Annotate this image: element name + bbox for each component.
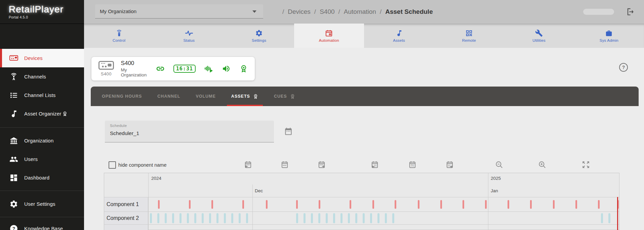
tab-automation[interactable]: Automation xyxy=(294,24,364,48)
prev-month-button[interactable]: 31 xyxy=(370,160,379,169)
award-badge-icon xyxy=(239,64,248,73)
breadcrumb-devices[interactable]: Devices xyxy=(288,8,311,15)
schedule-tick[interactable] xyxy=(189,200,191,209)
schedule-tick[interactable] xyxy=(231,213,233,223)
calendar-week-icon xyxy=(280,160,289,169)
hide-component-checkbox[interactable] xyxy=(109,161,116,169)
schedule-tick[interactable] xyxy=(311,213,313,223)
schedule-tick[interactable] xyxy=(296,200,298,209)
schedule-tick[interactable] xyxy=(165,213,167,223)
schedule-tick[interactable] xyxy=(209,213,211,223)
schedule-tick[interactable] xyxy=(242,200,244,209)
subtab-assets[interactable]: ASSETS xyxy=(224,87,266,106)
breadcrumb-s400[interactable]: S400 xyxy=(320,8,334,15)
subtab-channel[interactable]: CHANNEL xyxy=(150,87,188,106)
zoom-out-button[interactable] xyxy=(495,160,504,169)
schedule-tick[interactable] xyxy=(395,200,396,209)
schedule-tick[interactable] xyxy=(418,200,419,209)
fullscreen-button[interactable] xyxy=(581,160,590,169)
schedule-tick[interactable] xyxy=(172,213,174,223)
schedule-tick[interactable] xyxy=(350,200,351,209)
schedule-tick[interactable] xyxy=(598,200,600,209)
schedule-select-field[interactable]: Schedule Scheduler_1 xyxy=(105,121,274,142)
subtab-opening-hours[interactable]: OPENING HOURS xyxy=(94,87,150,106)
schedule-tick[interactable] xyxy=(224,213,226,223)
hide-component-label[interactable]: hide component name xyxy=(118,161,167,169)
subtab-volume[interactable]: VOLUME xyxy=(188,87,223,106)
schedule-tick[interactable] xyxy=(296,213,298,223)
schedule-tick[interactable] xyxy=(202,213,204,223)
schedule-tick[interactable] xyxy=(239,213,241,223)
sidebar-item-knowledge-base[interactable]: ? Knowledge Base xyxy=(0,219,84,230)
help-button[interactable]: ? xyxy=(619,63,628,72)
breadcrumb-separator: / xyxy=(282,8,284,15)
schedule-tick[interactable] xyxy=(440,200,442,209)
schedule-tick[interactable] xyxy=(216,213,218,223)
schedule-tick[interactable] xyxy=(319,200,320,209)
logout-button[interactable] xyxy=(626,7,635,16)
schedule-tick[interactable] xyxy=(266,200,268,209)
prev-week-button[interactable] xyxy=(244,160,252,169)
schedule-tick[interactable] xyxy=(485,200,487,209)
schedule-tick[interactable] xyxy=(318,213,320,223)
schedule-tick[interactable] xyxy=(246,213,248,223)
schedule-tick[interactable] xyxy=(157,213,159,223)
sidebar-item-user-settings[interactable]: User Settings xyxy=(0,195,84,213)
sidebar-item-dashboard[interactable]: Dashboard xyxy=(0,168,84,187)
schedule-tick[interactable] xyxy=(179,213,182,223)
schedule-tick[interactable] xyxy=(530,200,532,209)
next-week-button[interactable] xyxy=(317,160,326,169)
schedule-tick[interactable] xyxy=(340,213,343,223)
schedule-tick[interactable] xyxy=(187,213,189,223)
schedule-tick[interactable] xyxy=(370,213,372,223)
component-2-schedule-track[interactable] xyxy=(149,212,619,224)
schedule-tick[interactable] xyxy=(326,213,328,223)
sidebar-item-channels[interactable]: Channels xyxy=(0,67,84,86)
schedule-tick[interactable] xyxy=(385,213,387,223)
asset-schedule-timeline[interactable]: 2024 2025 Dec Jan Component 1 Component … xyxy=(104,173,619,230)
schedule-tick[interactable] xyxy=(372,200,374,209)
sidebar-item-channel-lists[interactable]: Channel Lists xyxy=(0,86,84,104)
zoom-in-button[interactable] xyxy=(538,160,547,169)
calendar-prev-week-icon xyxy=(244,160,252,169)
this-month-button[interactable]: 31 xyxy=(408,160,417,169)
sidebar-item-users[interactable]: Users xyxy=(0,150,84,168)
organization-selector[interactable]: My Organization xyxy=(95,4,263,19)
tab-settings[interactable]: Settings xyxy=(224,24,294,48)
sidebar-item-asset-organizer[interactable]: Asset Organizer xyxy=(0,104,84,123)
schedule-tick[interactable] xyxy=(377,213,379,223)
breadcrumb-automation[interactable]: Automation xyxy=(344,8,376,15)
sidebar-item-organization[interactable]: Organization xyxy=(0,131,84,150)
schedule-tick[interactable] xyxy=(553,200,555,209)
tab-status[interactable]: Status xyxy=(154,24,224,48)
schedule-tick[interactable] xyxy=(158,200,160,209)
subtab-cues[interactable]: CUES xyxy=(266,87,303,106)
schedule-calendar-button[interactable] xyxy=(284,127,293,136)
component-1-schedule-track[interactable] xyxy=(149,197,619,211)
schedule-tick[interactable] xyxy=(355,213,357,223)
calendar-icon xyxy=(284,127,293,136)
tab-remote[interactable]: Remote xyxy=(434,24,504,48)
schedule-tick[interactable] xyxy=(601,213,603,223)
link-icon xyxy=(156,64,165,73)
tab-sys-admin[interactable]: Sys Admin xyxy=(574,24,644,48)
this-week-button[interactable] xyxy=(280,160,289,169)
schedule-tick[interactable] xyxy=(194,213,196,223)
schedule-tick[interactable] xyxy=(363,213,365,223)
schedule-tick[interactable] xyxy=(508,200,509,209)
schedule-tick[interactable] xyxy=(333,213,335,223)
next-month-button[interactable]: 31 xyxy=(445,160,454,169)
schedule-tick[interactable] xyxy=(575,200,577,209)
sidebar-item-devices[interactable]: Devices xyxy=(0,49,84,67)
schedule-tick[interactable] xyxy=(392,213,394,223)
schedule-tick[interactable] xyxy=(462,200,464,209)
schedule-tick[interactable] xyxy=(150,213,152,223)
tab-control[interactable]: Control xyxy=(84,24,154,48)
timeline-now-marker xyxy=(617,197,618,230)
schedule-tick[interactable] xyxy=(211,200,213,209)
schedule-tick[interactable] xyxy=(608,213,610,223)
schedule-tick[interactable] xyxy=(304,213,306,223)
tab-assets[interactable]: Assets xyxy=(364,24,434,48)
schedule-tick[interactable] xyxy=(348,213,350,223)
tab-utilities[interactable]: Utilities xyxy=(504,24,574,48)
